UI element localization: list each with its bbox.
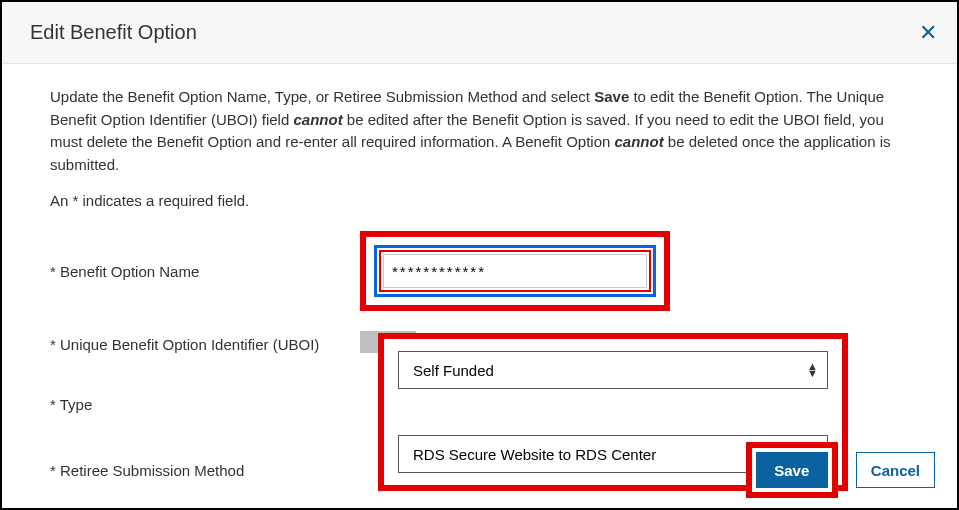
intro-cannot-2: cannot bbox=[615, 133, 664, 150]
retiree-select-value: RDS Secure Website to RDS Center bbox=[413, 446, 656, 463]
benefit-option-name-input[interactable] bbox=[383, 254, 647, 288]
intro-save-word: Save bbox=[594, 88, 629, 105]
intro-cannot-1: cannot bbox=[293, 111, 342, 128]
type-select[interactable]: Self Funded bbox=[398, 351, 828, 389]
save-button[interactable]: Save bbox=[756, 452, 828, 488]
modal-footer: Save Cancel bbox=[746, 442, 935, 498]
label-benefit-option-name: * Benefit Option Name bbox=[50, 263, 360, 280]
required-field-note: An * indicates a required field. bbox=[50, 192, 909, 209]
label-uboi: * Unique Benefit Option Identifier (UBOI… bbox=[50, 336, 360, 353]
type-select-value: Self Funded bbox=[413, 362, 494, 379]
highlight-name-input bbox=[360, 231, 670, 311]
modal-body: Update the Benefit Option Name, Type, or… bbox=[2, 64, 957, 499]
highlight-save-button: Save bbox=[746, 442, 838, 498]
close-icon[interactable]: ✕ bbox=[915, 18, 941, 48]
label-retiree-submission-method: * Retiree Submission Method bbox=[50, 462, 360, 479]
label-type: * Type bbox=[50, 396, 360, 413]
intro-part-1: Update the Benefit Option Name, Type, or… bbox=[50, 88, 594, 105]
row-benefit-option-name: * Benefit Option Name bbox=[50, 231, 909, 311]
modal-title: Edit Benefit Option bbox=[30, 21, 197, 44]
cancel-button[interactable]: Cancel bbox=[856, 452, 935, 488]
intro-text: Update the Benefit Option Name, Type, or… bbox=[50, 86, 909, 176]
modal-header: Edit Benefit Option ✕ bbox=[2, 2, 957, 64]
edit-benefit-option-modal: Edit Benefit Option ✕ Update the Benefit… bbox=[0, 0, 959, 510]
